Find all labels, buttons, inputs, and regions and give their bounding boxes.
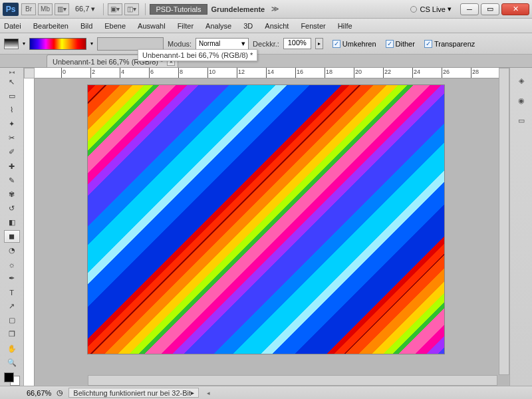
menu-analyse[interactable]: Analyse xyxy=(205,22,231,30)
extras-icon[interactable]: ◫▾ xyxy=(124,3,139,15)
close-button[interactable]: ✕ xyxy=(501,3,529,15)
options-bar: ▾ ▾ Modus: Normal▾ Deckkr.: 100% ▸ ✓Umke… xyxy=(0,33,532,55)
tool-path[interactable]: ↗ xyxy=(4,300,20,313)
gradient-preview[interactable] xyxy=(29,38,86,50)
panel-dock: ◈ ◉ ▭ xyxy=(509,68,532,386)
menu-bild[interactable]: Bild xyxy=(80,22,92,30)
tool-blur[interactable]: ◔ xyxy=(4,244,20,257)
status-zoom[interactable]: 66,67% xyxy=(27,389,51,397)
canvas-shell: 024681012141618202224262830 xyxy=(24,68,509,386)
tool-preset-icon[interactable] xyxy=(4,39,19,49)
paths-panel-icon[interactable]: ▭ xyxy=(514,113,529,128)
tool-lasso[interactable]: ⌇ xyxy=(4,104,20,116)
tool-history[interactable]: ↺ xyxy=(4,202,20,215)
tool-wand[interactable]: ✦ xyxy=(4,118,20,130)
workspace-more-icon[interactable]: ≫ xyxy=(271,5,279,13)
status-bar: 66,67% ◷ Belichtung funktioniert nur bei… xyxy=(0,386,532,399)
zoom-level[interactable]: 66,7 ▾ xyxy=(75,5,95,13)
maximize-button[interactable]: ▭ xyxy=(481,3,499,15)
toolbox: ▸◂↖▭⌇✦✂✐✚✎✾↺◧◼◔☼✒T↗▢❒✋🔍 xyxy=(0,68,24,386)
status-doc-info[interactable]: Belichtung funktioniert nur bei 32-Bit ▸ xyxy=(68,388,199,398)
mode-label: Modus: xyxy=(168,40,192,48)
channels-panel-icon[interactable]: ◉ xyxy=(514,93,529,108)
tool-shape[interactable]: ▢ xyxy=(4,314,20,327)
reverse-checkbox[interactable]: ✓Umkehren xyxy=(332,40,376,48)
tool-brush[interactable]: ✎ xyxy=(4,174,20,187)
tool-hand[interactable]: ✋ xyxy=(4,342,20,354)
ruler-origin[interactable] xyxy=(24,68,35,78)
menu-datei[interactable]: Datei xyxy=(4,22,21,30)
tool-gradient[interactable]: ◼ xyxy=(4,230,20,243)
tool-type[interactable]: T xyxy=(4,286,20,299)
opacity-input[interactable]: 100% xyxy=(283,38,311,49)
tool-marquee[interactable]: ▭ xyxy=(4,90,20,102)
tool-heal[interactable]: ✚ xyxy=(4,160,20,172)
menu-3d[interactable]: 3D xyxy=(243,22,253,30)
tool-crop[interactable]: ✂ xyxy=(4,132,20,144)
layers-panel-icon[interactable]: ◈ xyxy=(514,73,529,88)
tool-zoom[interactable]: 🔍 xyxy=(4,356,20,369)
status-icon: ◷ xyxy=(57,388,63,397)
tool-move[interactable]: ↖ xyxy=(4,76,20,88)
opacity-label: Deckkr.: xyxy=(253,40,279,48)
dither-checkbox[interactable]: ✓Dither xyxy=(386,40,415,48)
image-content xyxy=(88,85,444,354)
gradient-type-buttons[interactable] xyxy=(97,37,164,51)
menu-auswahl[interactable]: Auswahl xyxy=(138,22,166,30)
menu-bar: DateiBearbeitenBildEbeneAuswahlFilterAna… xyxy=(0,19,532,33)
tool-pen[interactable]: ✒ xyxy=(4,272,20,285)
color-swatches[interactable] xyxy=(4,372,20,386)
document-tooltip: Unbenannt-1 bei 66,7% (RGB/8) * xyxy=(138,49,257,61)
toolbox-collapse-icon[interactable]: ▸◂ xyxy=(9,69,15,75)
menu-bearbeiten[interactable]: Bearbeiten xyxy=(33,22,68,30)
workspace-active[interactable]: PSD-Tutorials xyxy=(150,4,207,15)
arrange-icon[interactable]: ▥▾ xyxy=(55,3,69,15)
menu-ebene[interactable]: Ebene xyxy=(104,22,126,30)
tool-stamp[interactable]: ✾ xyxy=(4,188,20,201)
screen-mode-icon[interactable]: ▣▾ xyxy=(108,3,122,15)
tool-dodge[interactable]: ☼ xyxy=(4,258,20,271)
tool-eraser[interactable]: ◧ xyxy=(4,216,20,229)
menu-hilfe[interactable]: Hilfe xyxy=(338,22,352,30)
title-bar: Ps Br Mb ▥▾ 66,7 ▾ ▣▾ ◫▾ PSD-Tutorials G… xyxy=(0,0,532,19)
scrollbar-horizontal[interactable] xyxy=(88,375,497,386)
opacity-flyout[interactable]: ▸ xyxy=(315,38,323,49)
menu-filter[interactable]: Filter xyxy=(178,22,194,30)
minimize-button[interactable]: ─ xyxy=(460,3,479,15)
document-tab-strip: Unbenannt-1 bei 66,7% (RGB/8) * × xyxy=(0,55,532,68)
minibridge-icon[interactable]: Mb xyxy=(38,3,53,15)
canvas-image[interactable] xyxy=(88,85,444,354)
workspace-other[interactable]: Grundelemente xyxy=(211,5,265,13)
cs-live-icon xyxy=(410,6,417,13)
menu-ansicht[interactable]: Ansicht xyxy=(265,22,289,30)
mode-dropdown[interactable]: Normal▾ xyxy=(196,38,249,50)
canvas-viewport[interactable] xyxy=(35,78,497,374)
scrollbar-vertical[interactable] xyxy=(499,68,509,375)
photoshop-logo-icon: Ps xyxy=(3,3,19,16)
transparency-checkbox[interactable]: ✓Transparenz xyxy=(424,40,475,48)
tool-3d[interactable]: ❒ xyxy=(4,328,20,340)
menu-fenster[interactable]: Fenster xyxy=(301,22,325,30)
cs-live-button[interactable]: CS Live ▾ xyxy=(410,5,452,13)
bridge-icon[interactable]: Br xyxy=(21,3,36,15)
ruler-horizontal[interactable]: 024681012141618202224262830 xyxy=(35,68,509,78)
ruler-vertical[interactable] xyxy=(24,78,35,386)
tool-eyedropper[interactable]: ✐ xyxy=(4,146,20,158)
